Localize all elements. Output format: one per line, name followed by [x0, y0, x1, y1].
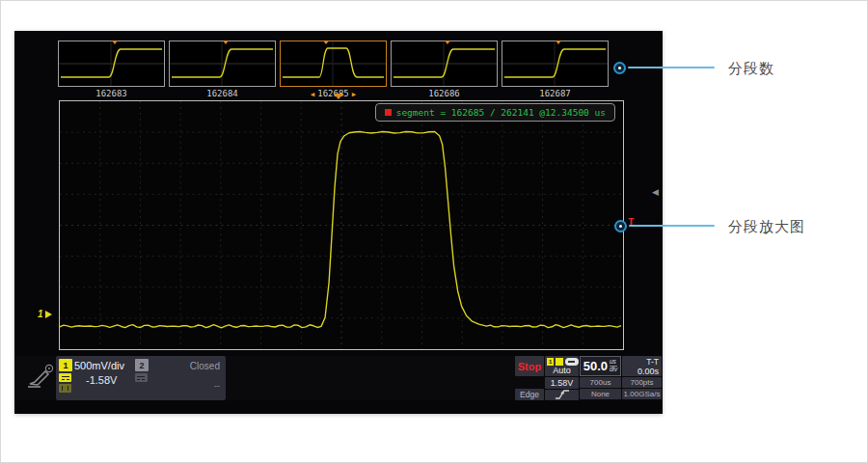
- trigger-tick-icon: [323, 41, 329, 44]
- next-segment-arrow[interactable]: ▶: [349, 91, 359, 98]
- display-mode: T-T: [646, 357, 659, 367]
- callout-dot-segments: [613, 62, 626, 74]
- level-arrow-icon: [45, 311, 52, 318]
- record-points: 700pts: [622, 377, 662, 388]
- channel1-coupling-icon: [59, 373, 71, 382]
- segment-number: 162684: [169, 89, 276, 98]
- touch-gesture-icon[interactable]: [26, 363, 55, 390]
- segment-info-readout: segment = 162685 / 262141 @12.34500 us: [375, 103, 615, 122]
- channel2-badge[interactable]: 2: [135, 359, 149, 371]
- trigger-position-marker-icon[interactable]: [334, 94, 343, 99]
- segment-thumbnail[interactable]: [169, 41, 276, 87]
- trigger-source-badge2: [556, 358, 562, 366]
- record-square-icon: [385, 109, 392, 116]
- segment-number: 162683: [58, 89, 165, 98]
- prev-segment-arrow[interactable]: ◀: [308, 91, 317, 98]
- status-bar: 1 500mV/div -1.58V 2 Closed --: [14, 356, 663, 400]
- trigger-tick-icon: [223, 41, 229, 44]
- rising-edge-icon: [555, 390, 570, 399]
- waveform-display[interactable]: segment = 162685 / 262141 @12.34500 us: [59, 100, 624, 350]
- channel2-offset: --: [214, 381, 220, 391]
- trigger-coupling-icon: [565, 358, 579, 366]
- segment-number: 162687: [502, 89, 609, 98]
- channel2-coupling-icon: [135, 373, 148, 382]
- timebase-scale: 50.0: [583, 359, 608, 373]
- timebase-units: usdiv: [610, 359, 617, 373]
- trigger-source-badge: 1: [547, 358, 554, 366]
- segment-number: 162686: [391, 89, 498, 98]
- trigger-mode: Auto: [545, 366, 579, 377]
- channel2-state[interactable]: Closed: [190, 361, 220, 371]
- channel1-level-marker[interactable]: 1: [38, 309, 52, 319]
- timebase-column: 50.0 usdiv 700us None: [580, 356, 621, 400]
- channel1-offset[interactable]: -1.58V: [74, 374, 124, 386]
- segment-thumbnail[interactable]: [502, 41, 609, 87]
- time-window: 700us: [580, 377, 621, 388]
- channel1-trace: [60, 101, 623, 349]
- horizontal-column: T-T 0.00s 700pts 1.00GSa/s: [622, 356, 662, 400]
- sample-rate: 1.00GSa/s: [622, 389, 662, 399]
- trigger-time-marker[interactable]: T: [628, 216, 635, 229]
- segment-thumbnail[interactable]: [58, 41, 165, 87]
- callout-line: [628, 67, 715, 68]
- acquisition-column: Stop Edge: [515, 356, 544, 400]
- channel1-scale[interactable]: 500mV/div: [74, 360, 124, 371]
- segment-info-text: segment = 162685 / 262141 @12.34500 us: [396, 107, 606, 118]
- oscilloscope-screen: 162683 162684 ◀162685▶ 162686 162687: [14, 31, 663, 414]
- channel1-probe-icon: [59, 384, 71, 393]
- horizontal-delay: 0.00s: [637, 367, 659, 376]
- callout-label-zoom: 分段放大图: [728, 218, 805, 236]
- horizontal-delay-box[interactable]: T-T 0.00s: [622, 356, 662, 376]
- screenshot-frame: 162683 162684 ◀162685▶ 162686 162687: [0, 0, 868, 463]
- segment-thumbnail[interactable]: [391, 41, 498, 87]
- callout-dot-zoom: [614, 220, 627, 232]
- trigger-slope-box[interactable]: [545, 390, 579, 401]
- trigger-tick-icon: [112, 41, 118, 44]
- trigger-type[interactable]: Edge: [515, 389, 544, 400]
- timebase-scale-box[interactable]: 50.0 usdiv: [580, 356, 621, 376]
- trigger-column: 1 Auto 1.58V: [545, 356, 579, 400]
- trigger-level[interactable]: 1.58V: [545, 377, 579, 389]
- channel-status-block: 1 500mV/div -1.58V 2 Closed --: [56, 356, 226, 400]
- trigger-tick-icon: [445, 41, 450, 44]
- segment-thumbnail-selected[interactable]: [280, 41, 387, 87]
- acquisition-state[interactable]: Stop: [515, 356, 544, 376]
- trigger-tick-icon: [556, 41, 561, 44]
- interpolation: None: [580, 389, 621, 399]
- callout-label-segments: 分段数: [728, 60, 774, 78]
- trigger-mode-box[interactable]: 1 Auto: [545, 356, 579, 376]
- callout-line: [629, 225, 715, 227]
- menu-collapse-icon[interactable]: ◀: [652, 187, 659, 197]
- channel1-badge[interactable]: 1: [59, 359, 72, 371]
